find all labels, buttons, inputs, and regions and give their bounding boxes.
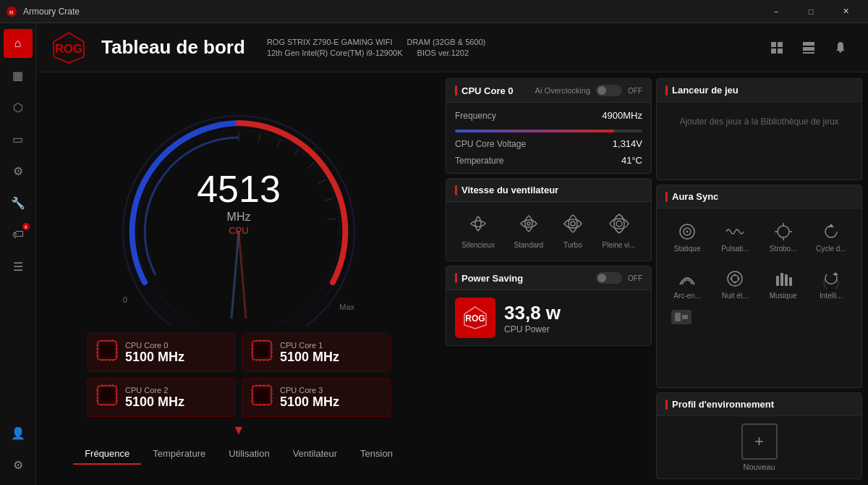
aura-statique-label: Statique — [674, 245, 701, 253]
sidebar-item-layers[interactable]: ☰ — [4, 252, 33, 281]
aura-cycle[interactable]: Cycle d... — [809, 216, 853, 258]
svg-point-113 — [734, 274, 736, 277]
sidebar: ⌂ ▦ ⬡ ▭ ⚙ 🔧 🏷 4 ☰ 👤 ⚙ — [0, 23, 36, 485]
power-value: 33,8 w — [504, 302, 561, 324]
core-freq-0: 5100 MHz — [125, 350, 184, 365]
sidebar-item-shield[interactable]: ⬡ — [4, 93, 33, 122]
power-label: CPU Power — [504, 324, 561, 334]
fan-panel-body: Silencieux Standard — [446, 202, 651, 261]
close-button[interactable]: ✕ — [829, 0, 862, 23]
header-bell-button[interactable] — [827, 35, 854, 61]
svg-line-18 — [294, 149, 299, 156]
profil-new-icon: + — [754, 432, 764, 451]
aura-statique[interactable]: Statique — [665, 216, 709, 258]
fan-silent[interactable]: Silencieux — [456, 209, 501, 253]
power-toggle-switch[interactable] — [596, 272, 622, 284]
fan-turbo[interactable]: Turbo — [557, 209, 589, 253]
fan-standard[interactable]: Standard — [509, 209, 550, 253]
header-grid1-button[interactable] — [764, 35, 790, 61]
gauge-max: Max — [339, 303, 354, 311]
fan-full-icon — [609, 214, 629, 238]
lanceur-panel-body: Ajouter des jeux à la Bibliothèque de je… — [657, 102, 861, 141]
header-bios: BIOS ver.1202 — [417, 48, 469, 57]
svg-rect-44 — [255, 344, 268, 357]
core-freq-2: 5100 MHz — [125, 395, 184, 410]
svg-line-24 — [239, 232, 246, 319]
ai-overclocking-label: Ai Overclocking — [535, 86, 590, 95]
svg-rect-5 — [778, 42, 783, 47]
aura-strobo[interactable]: Strobo... — [762, 216, 805, 258]
tab-frequence[interactable]: Fréquence — [73, 444, 141, 465]
svg-line-20 — [318, 180, 326, 184]
tab-tension[interactable]: Tension — [349, 444, 404, 465]
tab-ventilateur[interactable]: Ventilateur — [281, 444, 349, 465]
cpu-toggle-area[interactable]: Ai Overclocking OFF — [535, 85, 642, 96]
frequency-label: Frequency — [455, 111, 496, 121]
aura-extra-icon[interactable] — [671, 310, 692, 324]
fan-options: Silencieux Standard — [455, 209, 642, 253]
power-toggle-area[interactable]: OFF — [596, 272, 642, 284]
core-name-0: CPU Core 0 — [125, 341, 184, 350]
sidebar-item-settings[interactable]: ⚙ — [4, 450, 33, 479]
svg-line-16 — [258, 133, 260, 143]
core-name-3: CPU Core 3 — [280, 386, 339, 395]
aura-cycle-label: Cycle d... — [816, 245, 846, 253]
cpu-chip-icon-1 — [251, 340, 273, 366]
profil-panel-header: Profil d'environnement — [657, 393, 861, 416]
svg-rect-26 — [101, 344, 114, 357]
maximize-button[interactable]: □ — [794, 0, 827, 23]
header-info: ROG STRIX Z790-E GAMING WIFI DRAM (32GB … — [267, 38, 485, 57]
power-panel: Power Saving OFF — [446, 266, 652, 346]
title-bar: R Armoury Crate − □ ✕ — [0, 0, 868, 23]
aura-musique-icon — [773, 269, 793, 289]
temperature-row: Temperature 41°C — [455, 155, 642, 166]
tab-temperature[interactable]: Température — [141, 444, 217, 465]
core-info-0: CPU Core 0 5100 MHz — [125, 341, 184, 365]
tab-utilisation[interactable]: Utilisation — [217, 444, 281, 465]
title-bar-left: R Armoury Crate — [6, 6, 80, 17]
sidebar-item-tag[interactable]: 🏷 4 — [4, 220, 33, 249]
sidebar-item-wrench[interactable]: 🔧 — [4, 188, 33, 217]
minimize-button[interactable]: − — [760, 0, 793, 23]
aura-pulsati[interactable]: Pulsati... — [713, 216, 757, 258]
header-model: ROG STRIX Z790-E GAMING WIFI — [267, 38, 393, 46]
main-area: ROG Tableau de bord ROG STRIX Z790-E GAM… — [36, 23, 868, 485]
user-icon: 👤 — [11, 426, 25, 440]
profil-new-button[interactable]: + — [741, 423, 778, 460]
aura-musique[interactable]: Musique — [762, 263, 805, 305]
display-icon: ▭ — [12, 132, 23, 146]
core-name-1: CPU Core 1 — [280, 341, 339, 350]
aura-strobo-icon — [773, 222, 793, 242]
power-toggle-knob — [597, 274, 606, 282]
down-arrow: ▼ — [232, 423, 245, 438]
aura-nuit[interactable]: Nuit ét... — [713, 263, 757, 305]
aura-intelli[interactable]: Intelli... — [809, 263, 853, 305]
aura-grid: Statique Pulsati... — [665, 216, 853, 305]
ai-toggle-switch[interactable] — [596, 85, 622, 96]
fan-turbo-icon — [563, 214, 583, 238]
sidebar-item-home[interactable]: ⌂ — [4, 29, 33, 58]
sidebar-item-monitor[interactable]: ▦ — [4, 61, 33, 90]
aura-pulsati-icon — [725, 222, 745, 242]
fan-full[interactable]: Pleine vi... — [596, 209, 641, 253]
aura-arc-label: Arc-en... — [673, 292, 701, 300]
fan-silent-icon — [468, 214, 488, 238]
svg-rect-9 — [803, 47, 814, 51]
aura-pulsati-label: Pulsati... — [721, 245, 749, 253]
svg-rect-7 — [778, 48, 783, 54]
aura-panel: Aura Sync Statique — [656, 185, 862, 388]
fan-turbo-label: Turbo — [563, 241, 582, 249]
aura-arc[interactable]: Arc-en... — [665, 263, 709, 305]
svg-rect-118 — [780, 273, 783, 286]
header-grid2-button[interactable] — [796, 35, 822, 61]
gauge-value: 4513 — [197, 170, 281, 208]
sidebar-item-user[interactable]: 👤 — [4, 418, 33, 447]
frequency-value: 4900MHz — [602, 110, 642, 121]
sidebar-item-tools[interactable]: ⚙ — [4, 156, 33, 185]
lanceur-panel-title: Lanceur de jeu — [665, 85, 739, 96]
sidebar-item-display[interactable]: ▭ — [4, 125, 33, 153]
svg-text:ROG: ROG — [465, 313, 485, 324]
svg-point-114 — [734, 282, 736, 284]
gauge-min: 0 — [123, 295, 127, 304]
home-icon: ⌂ — [14, 37, 22, 50]
